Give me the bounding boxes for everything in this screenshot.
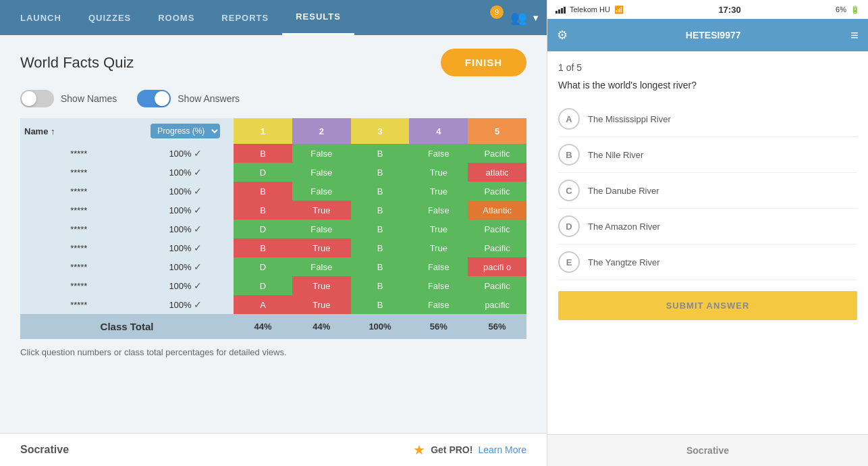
name-sort-label: Name	[24, 126, 48, 136]
answer-option-c[interactable]: C The Danube River	[558, 173, 857, 209]
submit-answer-button[interactable]: SUBMIT ANSWER	[558, 291, 857, 320]
finish-button[interactable]: FINISH	[441, 49, 526, 76]
show-answers-label: Show Answers	[178, 93, 240, 104]
class-total-label: Class Total	[20, 314, 234, 339]
signal-bars	[555, 5, 566, 14]
table-row-name-0: *****	[20, 144, 138, 163]
phone-username: HETESI9977	[576, 30, 850, 41]
table-cell-q1-8: A	[234, 295, 292, 314]
nav-quizzes[interactable]: QUIZZES	[75, 0, 144, 35]
main-content: World Facts Quiz FINISH Show Names Show …	[0, 35, 547, 433]
top-nav: LAUNCH QUIZZES ROOMS REPORTS RESULTS 9 👥…	[0, 0, 547, 35]
option-text-b: The Nile River	[588, 150, 643, 160]
footer: Socrative ★ Get PRO! Learn More	[0, 433, 547, 466]
col-header-q1[interactable]: 1	[234, 118, 292, 144]
option-text-a: The Mississippi River	[588, 114, 671, 124]
pro-label: Get PRO!	[431, 444, 472, 455]
col-header-q2[interactable]: 2	[292, 118, 351, 144]
table-cell-q4-5: True	[409, 238, 468, 257]
table-cell-q4-0: False	[409, 144, 468, 163]
phone-footer: Socrative	[547, 434, 868, 466]
col-header-name[interactable]: Name ↑	[20, 118, 138, 144]
table-cell-q5-7: Pacific	[468, 276, 526, 295]
phone-status-bar: Telekom HU 📶 17:30 6% 🔋	[547, 0, 868, 19]
footer-brand: Socrative	[20, 444, 69, 456]
answer-option-a[interactable]: A The Mississippi River	[558, 101, 857, 137]
class-total-q1[interactable]: 44%	[234, 314, 292, 339]
answer-options: A The Mississippi River B The Nile River…	[558, 101, 857, 280]
table-row-progress-8: 100% ✓	[138, 295, 234, 314]
table-cell-q1-5: B	[234, 238, 292, 257]
results-table: Name ↑ Progress (%) 1 2 3 4 5 ***** 100	[20, 118, 526, 339]
table-cell-q5-1: atlatic	[468, 163, 526, 182]
answer-option-b[interactable]: B The Nile River	[558, 137, 857, 173]
table-cell-q1-3: B	[234, 201, 292, 219]
class-total-q2[interactable]: 44%	[292, 314, 351, 339]
class-total-q4[interactable]: 56%	[409, 314, 468, 339]
table-row-name-4: *****	[20, 219, 138, 238]
show-names-label: Show Names	[61, 93, 117, 104]
table-cell-q1-1: D	[234, 163, 292, 182]
table-cell-q2-8: True	[292, 295, 351, 314]
show-names-toggle-group: Show Names	[20, 90, 117, 107]
table-cell-q1-4: D	[234, 219, 292, 238]
class-total-q3[interactable]: 100%	[351, 314, 410, 339]
table-row-name-3: *****	[20, 201, 138, 219]
menu-icon[interactable]: ≡	[850, 28, 859, 43]
table-row-name-1: *****	[20, 163, 138, 182]
col-header-q5[interactable]: 5	[468, 118, 526, 144]
show-answers-toggle-group: Show Answers	[137, 90, 240, 107]
nav-reports[interactable]: REPORTS	[208, 0, 282, 35]
option-circle-d: D	[558, 215, 580, 237]
table-cell-q2-5: True	[292, 238, 351, 257]
option-text-d: The Amazon River	[588, 222, 660, 232]
table-row-progress-3: 100% ✓	[138, 201, 234, 219]
table-cell-q3-5: B	[351, 238, 410, 257]
answer-option-e[interactable]: E The Yangtze River	[558, 244, 857, 280]
table-cell-q1-6: D	[234, 257, 292, 276]
table-cell-q5-3: Atlantic	[468, 201, 526, 219]
option-circle-e: E	[558, 251, 580, 273]
nav-dropdown-icon[interactable]: ▼	[531, 13, 540, 23]
page-title: World Facts Quiz	[20, 54, 134, 72]
table-cell-q4-3: False	[409, 201, 468, 219]
table-row-progress-6: 100% ✓	[138, 257, 234, 276]
nav-results[interactable]: RESULTS	[282, 0, 354, 35]
gear-icon[interactable]: ⚙	[557, 28, 568, 43]
show-names-toggle[interactable]	[20, 90, 54, 107]
table-cell-q2-0: False	[292, 144, 351, 163]
signal-bar-4	[564, 7, 566, 14]
option-circle-b: B	[558, 144, 580, 165]
col-header-progress[interactable]: Progress (%)	[138, 118, 234, 144]
progress-select[interactable]: Progress (%)	[151, 124, 220, 138]
table-cell-q3-4: B	[351, 219, 410, 238]
table-row-progress-7: 100% ✓	[138, 276, 234, 295]
table-row-progress-2: 100% ✓	[138, 182, 234, 201]
col-header-q3[interactable]: 3	[351, 118, 410, 144]
show-answers-toggle[interactable]	[137, 90, 171, 107]
nav-rooms[interactable]: ROOMS	[144, 0, 208, 35]
nav-launch[interactable]: LAUNCH	[7, 0, 75, 35]
table-row-name-5: *****	[20, 238, 138, 257]
table-cell-q5-6: pacifi o	[468, 257, 526, 276]
option-circle-c: C	[558, 180, 580, 201]
option-text-e: The Yangtze River	[588, 257, 659, 267]
table-cell-q5-8: pacific	[468, 295, 526, 314]
table-cell-q3-2: B	[351, 182, 410, 201]
question-counter: 1 of 5	[558, 62, 857, 73]
table-cell-q4-6: False	[409, 257, 468, 276]
signal-bar-1	[555, 11, 558, 14]
star-icon: ★	[413, 442, 425, 458]
table-row-progress-0: 100% ✓	[138, 144, 234, 163]
table-cell-q1-2: B	[234, 182, 292, 201]
option-circle-a: A	[558, 108, 580, 130]
answer-option-d[interactable]: D The Amazon River	[558, 209, 857, 244]
battery-icon: 🔋	[850, 5, 860, 14]
table-cell-q4-4: True	[409, 219, 468, 238]
table-row-name-2: *****	[20, 182, 138, 201]
table-row-name-6: *****	[20, 257, 138, 276]
class-total-q5[interactable]: 56%	[468, 314, 526, 339]
col-header-q4[interactable]: 4	[409, 118, 468, 144]
option-text-c: The Danube River	[588, 186, 659, 196]
learn-more-link[interactable]: Learn More	[478, 444, 526, 455]
